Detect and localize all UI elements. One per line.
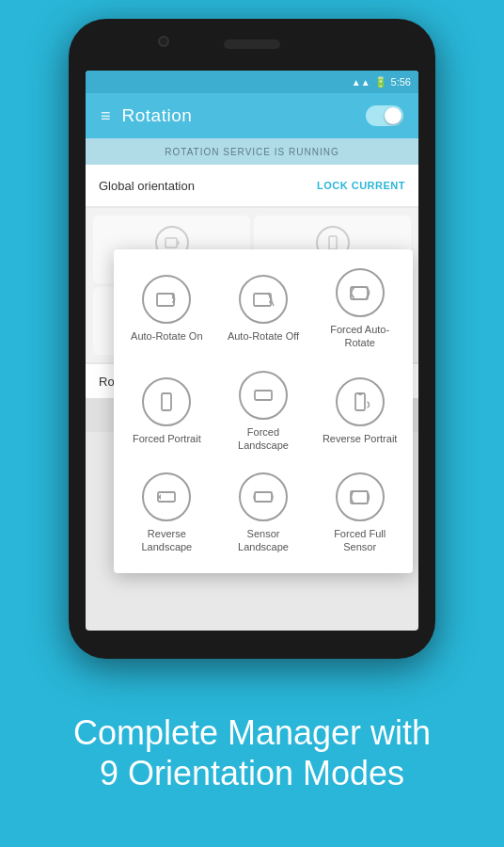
svg-rect-12 — [351, 491, 368, 503]
svg-rect-7 — [162, 393, 171, 410]
service-status-text: ROTATION SERVICE IS RUNNING — [165, 147, 339, 157]
popup-grid: Auto-Rotate On — [121, 261, 405, 562]
status-bar: ▲▲ 🔋 5:56 — [86, 71, 418, 93]
app-bar: ≡ Rotation — [86, 93, 418, 138]
banner-line1: Complete Manager with — [73, 713, 431, 752]
popup-item-forced-landscape[interactable]: Forced Landscape — [218, 363, 309, 460]
auto-rotate-on-icon — [142, 275, 191, 324]
popup-card: Auto-Rotate On — [114, 249, 413, 573]
svg-rect-8 — [255, 391, 272, 400]
app-title: Rotation — [122, 105, 354, 126]
popup-overlay: Auto-Rotate On — [86, 165, 418, 432]
signal-icon: ▲▲ — [352, 77, 370, 88]
popup-item-sensor-landscape[interactable]: Sensor Landscape — [218, 465, 309, 562]
phone-device: ▲▲ 🔋 5:56 ≡ Rotation ROTATION SERVICE IS… — [69, 19, 435, 659]
popup-item-label-forced-full-sensor: Forced Full Sensor — [318, 527, 402, 554]
forced-full-sensor-icon — [336, 472, 385, 521]
popup-item-label-reverse-portrait: Reverse Portrait — [323, 432, 397, 445]
forced-auto-rotate-icon — [336, 268, 385, 317]
phone-camera — [158, 36, 169, 47]
reverse-landscape-icon — [142, 472, 191, 521]
banner-line2: 9 Orientation Modes — [100, 754, 404, 792]
popup-item-auto-rotate-on[interactable]: Auto-Rotate On — [121, 261, 213, 358]
forced-portrait-icon — [142, 377, 191, 426]
phone-screen: ▲▲ 🔋 5:56 ≡ Rotation ROTATION SERVICE IS… — [86, 71, 418, 631]
phone-body: ▲▲ 🔋 5:56 ≡ Rotation ROTATION SERVICE IS… — [69, 19, 435, 659]
toggle-knob — [385, 107, 402, 124]
popup-item-forced-full-sensor[interactable]: Forced Full Sensor — [314, 465, 405, 562]
battery-icon: 🔋 — [374, 76, 387, 88]
popup-item-reverse-landscape[interactable]: Reverse Landscape — [121, 465, 213, 562]
popup-item-forced-auto-rotate[interactable]: Forced Auto-Rotate — [314, 261, 405, 358]
status-time: 5:56 — [391, 76, 411, 88]
hamburger-icon[interactable]: ≡ — [101, 106, 111, 126]
main-content: Global orientation LOCK CURRENT Auto-Rot… — [86, 165, 418, 432]
popup-item-forced-portrait[interactable]: Forced Portrait — [121, 363, 213, 460]
popup-item-label-reverse-landscape: Reverse Landscape — [125, 527, 209, 554]
reverse-portrait-icon — [336, 377, 385, 426]
svg-rect-3 — [157, 294, 174, 306]
svg-rect-4 — [254, 294, 271, 306]
popup-item-label-auto-rotate-off: Auto-Rotate Off — [228, 329, 299, 343]
forced-landscape-icon — [239, 371, 288, 420]
status-bar-right: ▲▲ 🔋 5:56 — [352, 76, 411, 88]
sensor-landscape-icon — [239, 472, 288, 521]
popup-item-reverse-portrait[interactable]: Reverse Portrait — [314, 363, 405, 460]
popup-item-auto-rotate-off[interactable]: Auto-Rotate Off — [218, 261, 309, 358]
service-banner: ROTATION SERVICE IS RUNNING — [86, 138, 418, 165]
popup-item-label-sensor-landscape: Sensor Landscape — [222, 527, 306, 554]
auto-rotate-off-icon — [239, 275, 288, 324]
svg-rect-9 — [355, 393, 365, 410]
bottom-banner: Complete Manager with 9 Orientation Mode… — [0, 659, 504, 847]
popup-item-label-forced-landscape: Forced Landscape — [222, 425, 306, 453]
popup-item-label-forced-auto-rotate: Forced Auto-Rotate — [318, 323, 402, 350]
svg-rect-11 — [255, 492, 272, 502]
popup-item-label-forced-portrait: Forced Portrait — [133, 432, 201, 445]
popup-item-label-auto-rotate-on: Auto-Rotate On — [131, 329, 202, 343]
toggle-switch[interactable] — [366, 105, 403, 126]
bottom-banner-text: Complete Manager with 9 Orientation Mode… — [73, 712, 431, 793]
phone-speaker — [224, 40, 280, 49]
